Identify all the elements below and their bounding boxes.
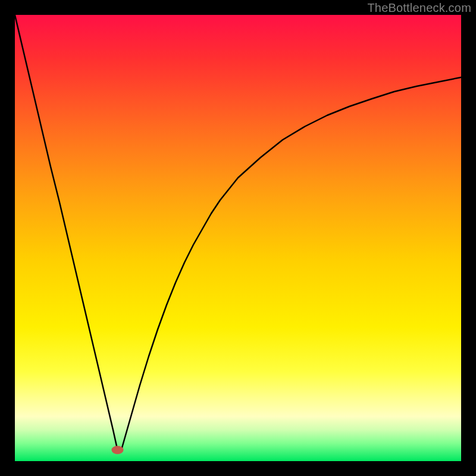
minimum-marker xyxy=(112,446,124,454)
watermark-text: TheBottleneck.com xyxy=(367,1,471,15)
plot-area xyxy=(15,15,461,461)
gradient-background xyxy=(15,15,461,461)
chart-svg xyxy=(15,15,461,461)
chart-frame: TheBottleneck.com xyxy=(0,0,476,476)
